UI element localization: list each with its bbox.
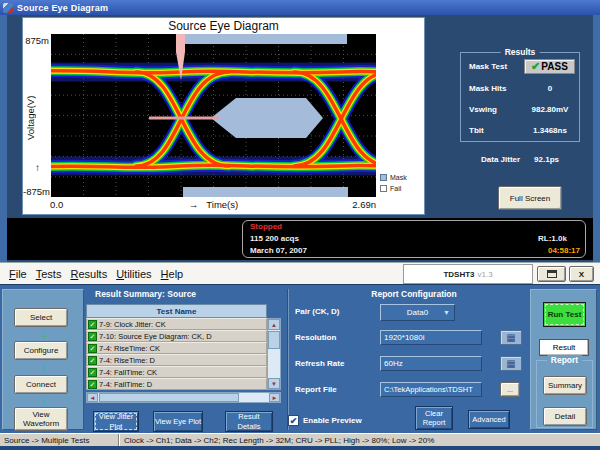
mask-hits-value: 0 [525, 84, 575, 93]
eye-diagram-panel: Source Eye Diagram [22, 17, 425, 215]
keypad-icon: ▦ [506, 359, 515, 369]
menu-tests[interactable]: Tests [36, 268, 62, 280]
minimize-app-button[interactable] [537, 266, 566, 282]
detail-button[interactable]: Detail [543, 407, 587, 426]
acquisition-time: 04:58:17 [548, 246, 580, 255]
test-row[interactable]: ✓7-9: Clock Jitter: CK [86, 318, 267, 330]
mask-legend-swatch [380, 174, 387, 181]
flow-panel: Select ↓ Configure ↓ Connect ↓ View Wave… [2, 289, 84, 430]
test-row[interactable]: ✓7-4: FallTime: CK [86, 366, 267, 378]
configure-button[interactable]: Configure [14, 341, 68, 360]
acquisition-state: Stopped [250, 222, 282, 231]
summary-button[interactable]: Summary [543, 376, 587, 395]
scroll-right-icon[interactable]: ► [269, 393, 280, 402]
test-row[interactable]: ✓7-4: RiseTime: D [86, 354, 267, 366]
scroll-down-icon[interactable]: ▼ [268, 378, 280, 389]
test-row[interactable]: ✓7-4: FallTime: D [86, 378, 267, 390]
results-group: Results Mask Test ✔ PASS Mask Hits 0 Vsw… [460, 52, 580, 142]
resolution-label: Resolution [295, 333, 336, 342]
scroll-up-icon[interactable]: ▲ [268, 319, 280, 330]
run-panel: Run Test Result Report Summary Detail [530, 289, 597, 430]
y-axis-label: Voltage(V) [25, 70, 36, 166]
x-axis-arrow-icon: → [189, 199, 199, 210]
app-name: TDSHT3 [443, 270, 474, 279]
pass-check-icon: ✓ [88, 344, 97, 353]
scroll-left-icon[interactable]: ◄ [87, 393, 98, 402]
test-row[interactable]: ✓7-10: Source Eye Diagram: CK, D [86, 330, 267, 342]
refresh-rate-field[interactable]: 60Hz [380, 356, 482, 371]
menu-file[interactable]: File [9, 268, 27, 280]
connect-button[interactable]: Connect [14, 375, 68, 394]
report-file-field[interactable]: C:\TekApplications\TDSHT [380, 382, 482, 397]
horizontal-scrollbar[interactable]: ◄ ► [86, 392, 281, 403]
select-button[interactable]: Select [14, 308, 68, 327]
close-app-button[interactable]: X [569, 266, 594, 282]
full-screen-button[interactable]: Full Screen [498, 186, 562, 210]
mask-test-status-badge: ✔ PASS [524, 59, 575, 74]
menu-utilities[interactable]: Utilities [116, 268, 151, 280]
app-icon [3, 3, 13, 13]
test-row[interactable]: ✓7-4: RiseTime: CK [86, 342, 267, 354]
results-group-title: Results [501, 47, 540, 57]
window-right-border [593, 15, 600, 262]
status-source: Source -> Multiple Tests [4, 436, 89, 445]
view-jitter-plot-button[interactable]: View Jitter Plot [93, 411, 139, 432]
fail-legend-swatch [380, 185, 387, 192]
tbit-label: Tbit [469, 126, 525, 135]
enable-preview-checkbox[interactable]: ✔ [288, 415, 299, 426]
window-title: Source Eye Diagram [17, 3, 108, 13]
run-test-button[interactable]: Run Test [543, 302, 586, 327]
mask-hits-label: Mask Hits [469, 84, 525, 93]
test-list-header: Test Name [86, 304, 267, 318]
mask-bar-top [185, 34, 347, 44]
view-eye-plot-button[interactable]: View Eye Plot [153, 411, 203, 432]
app-version-box: TDSHT3 v1.3 [403, 264, 533, 284]
result-details-button[interactable]: Result Details [225, 411, 273, 432]
acquisition-status-box: Stopped 115 200 acqs RL:1.0k March 07, 2… [242, 220, 586, 258]
mask-test-label: Mask Test [469, 62, 524, 71]
result-button[interactable]: Result [539, 339, 589, 356]
scrollbar-thumb[interactable] [268, 331, 280, 349]
advanced-button[interactable]: Advanced [468, 410, 510, 429]
vswing-value: 982.80mV [525, 105, 575, 114]
report-group: Report Summary Detail [536, 360, 593, 428]
report-file-browse-button[interactable]: ... [500, 382, 520, 397]
x-axis-max: 2.69n [345, 199, 376, 210]
data-jitter-label: Data Jitter [481, 155, 520, 164]
pair-label: Pair (CK, D) [295, 307, 339, 316]
result-summary-title: Result Summary: Source [95, 289, 196, 299]
plot-title: Source Eye Diagram [23, 19, 424, 33]
eye-diagram-plot [51, 34, 376, 197]
pair-value: Data0 [407, 308, 428, 317]
pass-check-icon: ✔ [531, 60, 540, 73]
scrollbar-thumb[interactable] [99, 393, 239, 402]
y-axis-max: 875m [23, 35, 49, 46]
display-area: Source Eye Diagram [0, 15, 600, 262]
y-axis-arrow-icon: ↑ [35, 162, 40, 173]
fail-legend-label: Fail [390, 185, 401, 192]
refresh-rate-keypad-button[interactable]: ▦ [500, 356, 522, 371]
tbit-value: 1.3468ns [525, 126, 575, 135]
flow-arrow-down-icon: ↓ [3, 394, 85, 406]
enable-preview-label: Enable Preview [303, 416, 362, 425]
data-jitter-value: 92.1ps [534, 155, 559, 164]
window-bottom-border [0, 446, 600, 450]
mask-test-value: PASS [541, 61, 568, 72]
view-waveform-button[interactable]: View Waveform [14, 407, 68, 431]
resolution-keypad-button[interactable]: ▦ [500, 330, 522, 345]
acquisition-band: Stopped 115 200 acqs RL:1.0k March 07, 2… [7, 218, 593, 260]
menu-help[interactable]: Help [161, 268, 184, 280]
pair-dropdown[interactable]: Data0 ▼ [380, 304, 455, 321]
vertical-scrollbar[interactable]: ▲ ▼ [267, 318, 281, 390]
clear-report-button[interactable]: Clear Report [415, 406, 453, 430]
flow-arrow-down-icon: ↓ [3, 360, 85, 372]
acquisition-count: 115 200 acqs [250, 234, 299, 243]
vswing-label: Vswing [469, 105, 525, 114]
plot-legend: Mask Fail [380, 174, 407, 196]
menu-results[interactable]: Results [70, 268, 107, 280]
mask-legend-label: Mask [390, 174, 407, 181]
resolution-field[interactable]: 1920*1080i [380, 330, 482, 345]
window-titlebar[interactable]: Source Eye Diagram [0, 0, 600, 15]
pass-check-icon: ✓ [88, 332, 97, 341]
pass-check-icon: ✓ [88, 368, 97, 377]
